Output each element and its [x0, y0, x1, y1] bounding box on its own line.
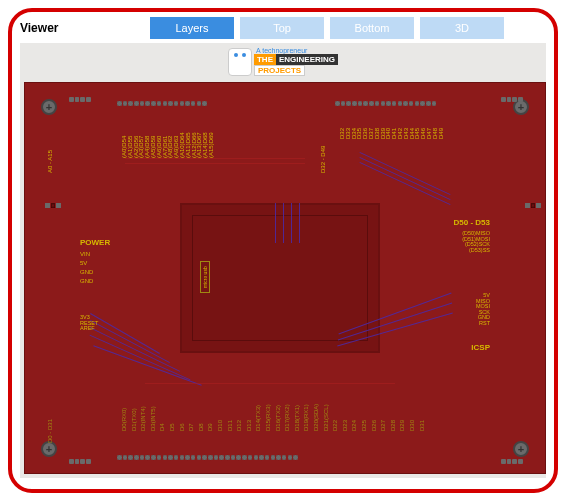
label-d0-d31: D0 - D31 [47, 419, 53, 443]
brand-box: THE ENGINEERING [254, 54, 338, 65]
brand-projects: PROJECTS [254, 65, 305, 76]
label-d32-d49: D32 - D49 [320, 146, 326, 173]
label-icsp: ICSP [471, 343, 490, 352]
tab-top[interactable]: Top [240, 17, 324, 39]
app-frame: Viewer Layers Top Bottom 3D A technopren… [8, 8, 558, 493]
label-a0-a15: A0 - A15 [47, 150, 53, 173]
top-bar: Viewer Layers Top Bottom 3D [20, 17, 546, 39]
tagline: A technopreneur [256, 47, 338, 54]
label-vin: VIN [80, 251, 90, 257]
screw-hole-tl [41, 99, 57, 115]
pcb-board: micro usb [24, 82, 546, 474]
labels-spi: (D50)MISO (D51)MOSI (D52)SCK (D53)SS [462, 231, 490, 253]
label-gnd2: GND [80, 278, 93, 284]
micro-usb-label: micro usb [200, 261, 210, 293]
label-d50-d53: D50 - D53 [454, 218, 490, 227]
screw-hole-br [513, 441, 529, 457]
label-5v: 5V [80, 260, 87, 266]
logo-row: A technopreneur THE ENGINEERING PROJECTS [20, 47, 546, 76]
logo-strip: A technopreneur THE ENGINEERING PROJECTS [20, 43, 546, 82]
label-pwr-extra: 3V3 RESET AREF [80, 315, 98, 332]
label-power: POWER [80, 238, 110, 247]
mcu-inner [192, 215, 368, 341]
brand-the: THE [254, 54, 276, 65]
tab-bottom[interactable]: Bottom [330, 17, 414, 39]
labels-icsp: 5V MISO MOSI SCK GND RST [476, 293, 490, 326]
label-gnd: GND [80, 269, 93, 275]
mcu-outline [180, 203, 380, 353]
panel-title: Viewer [20, 21, 140, 35]
tab-layers[interactable]: Layers [150, 17, 234, 39]
pcb-viewport[interactable]: micro usb [20, 82, 546, 478]
brand-engineering: ENGINEERING [276, 54, 338, 65]
robot-icon [228, 48, 252, 76]
tab-3d[interactable]: 3D [420, 17, 504, 39]
screw-hole-bl [41, 441, 57, 457]
tab-bar: Layers Top Bottom 3D [150, 17, 546, 39]
